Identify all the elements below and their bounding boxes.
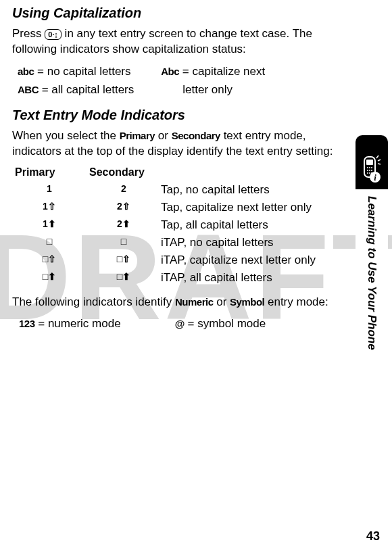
numeric-word: Numeric — [175, 296, 214, 308]
numeric-mode: 123 = numeric mode — [19, 317, 121, 331]
symbol-desc: = symbol mode — [185, 317, 266, 330]
svg-point-5 — [367, 167, 368, 168]
symbol-mode: @ = symbol mode — [175, 317, 266, 331]
numeric-symbol-intro: The following indicators identify Numeri… — [12, 295, 345, 310]
table-row: □⇧□⇧iTAP, capitalize next letter only — [12, 253, 345, 268]
symbol-word: Symbol — [230, 296, 264, 308]
tab-label-area: Learning to Use Your Phone — [356, 189, 388, 473]
symbol-glyph: @ — [175, 318, 185, 329]
text-fragment: entry mode: — [264, 295, 328, 308]
secondary-word: Secondary — [172, 130, 220, 141]
indicator-description: iTAP, no capital letters — [161, 235, 345, 250]
heading-using-capitalization: Using Capitalization — [12, 5, 345, 21]
tab-icon-area: i — [356, 135, 388, 189]
svg-point-9 — [369, 170, 370, 171]
primary-indicator: □⬆ — [12, 270, 87, 285]
secondary-indicator: □⬆ — [87, 270, 161, 285]
primary-indicator: 1 — [12, 183, 87, 197]
col-primary: Primary — [12, 166, 87, 178]
cap-col-left: abc = no capital letters ABC = all capit… — [18, 64, 134, 98]
indicator-description: Tap, no capital letters — [161, 183, 345, 197]
indicator-description: Tap, all capital letters — [161, 218, 345, 233]
text-fragment: Press — [12, 27, 45, 40]
table-row: 1⬆2⬆Tap, all capital letters — [12, 218, 345, 233]
abc-glyph: abc — [18, 66, 34, 77]
capitalization-indicators: abc = no capital letters ABC = all capit… — [12, 64, 345, 98]
Abc-desc-l1: = capitalize next — [179, 65, 265, 78]
section-side-label: Learning to Use Your Phone — [365, 196, 378, 350]
indicator-description: iTAP, capitalize next letter only — [161, 253, 345, 268]
abc-desc: = no capital letters — [34, 65, 130, 78]
numeric-desc: = numeric mode — [35, 317, 121, 330]
indicator-table: Primary Secondary 12Tap, no capital lett… — [12, 166, 345, 286]
svg-point-11 — [367, 172, 368, 174]
page-number: 43 — [366, 529, 380, 544]
col-desc — [161, 166, 345, 178]
svg-point-6 — [369, 167, 370, 168]
ABC-desc: = all capital letters — [39, 83, 134, 96]
secondary-indicator: 2⬆ — [87, 218, 161, 233]
table-row: □□iTAP, no capital letters — [12, 235, 345, 250]
svg-point-10 — [371, 170, 372, 171]
text-fragment: or — [155, 129, 172, 142]
col-secondary: Secondary — [87, 166, 161, 178]
secondary-indicator: □ — [87, 235, 161, 250]
cap-col-right: Abc = capitalize next letter only — [161, 64, 265, 98]
numeric-glyph: 123 — [19, 318, 35, 329]
svg-text:i: i — [374, 172, 376, 183]
svg-line-3 — [378, 160, 381, 161]
zero-key-icon: 0·↨ — [45, 29, 62, 40]
indicator-ABC: ABC = all capital letters — [18, 82, 134, 98]
primary-indicator: 1⬆ — [12, 218, 87, 233]
text-fragment: The following indicators identify — [12, 295, 175, 308]
side-thumb-tab: i Learning to Use Your Phone — [356, 135, 388, 473]
capitalization-intro: Press 0·↨ in any text entry screen to ch… — [12, 26, 345, 57]
svg-rect-1 — [366, 160, 373, 165]
text-entry-intro: When you select the Primary or Secondary… — [12, 128, 345, 160]
primary-indicator: □⇧ — [12, 253, 87, 268]
heading-text-entry-indicators: Text Entry Mode Indicators — [12, 107, 345, 123]
secondary-indicator: 2 — [87, 183, 161, 197]
svg-point-7 — [371, 167, 372, 168]
svg-point-12 — [369, 172, 370, 174]
mode-indicators: 123 = numeric mode @ = symbol mode — [12, 317, 345, 331]
ABC-glyph: ABC — [18, 84, 39, 95]
table-row: 12Tap, no capital letters — [12, 183, 345, 197]
indicator-Abc: Abc = capitalize next — [161, 64, 265, 80]
primary-word: Primary — [120, 130, 155, 141]
secondary-indicator: □⇧ — [87, 253, 161, 268]
table-row: □⬆□⬆iTAP, all capital letters — [12, 270, 345, 285]
primary-indicator: 1⇧ — [12, 200, 87, 215]
indicator-abc: abc = no capital letters — [18, 64, 134, 80]
svg-point-8 — [367, 170, 368, 171]
primary-indicator: □ — [12, 235, 87, 250]
indicator-description: Tap, capitalize next letter only — [161, 200, 345, 215]
phone-info-icon: i — [360, 154, 383, 184]
svg-line-2 — [376, 155, 378, 158]
table-header: Primary Secondary — [12, 166, 345, 178]
Abc-glyph: Abc — [161, 66, 179, 77]
svg-line-4 — [378, 164, 381, 164]
Abc-desc-l2: letter only — [161, 82, 265, 98]
secondary-indicator: 2⇧ — [87, 200, 161, 215]
indicator-description: iTAP, all capital letters — [161, 270, 345, 285]
text-fragment: or — [214, 295, 230, 308]
text-fragment: When you select the — [12, 129, 120, 142]
table-row: 1⇧2⇧Tap, capitalize next letter only — [12, 200, 345, 215]
